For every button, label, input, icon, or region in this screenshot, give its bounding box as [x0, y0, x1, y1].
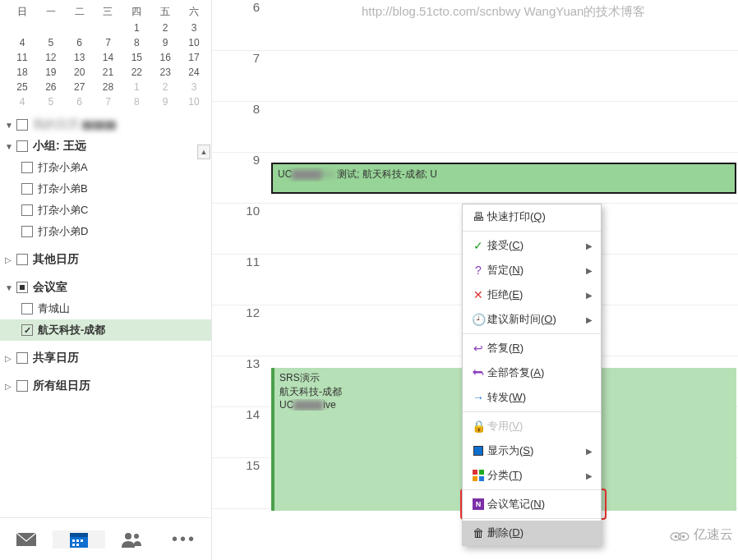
hour-label: 13 — [212, 356, 270, 407]
replyall-icon: ⮪ — [469, 366, 487, 379]
menu-quickprint[interactable]: 🖶快速打印(Q) — [463, 204, 601, 229]
chevron-down-icon: ▼ — [5, 283, 16, 292]
calendar-event-selected[interactable]: UC▇▇▇▇ive 测试; 航天科技-成都; U — [271, 163, 736, 194]
svg-point-13 — [134, 534, 139, 539]
svg-rect-14 — [473, 470, 477, 475]
menu-accept[interactable]: ✓接受(C)▶ — [463, 233, 601, 258]
svg-rect-7 — [72, 539, 75, 542]
menu-decline[interactable]: ✕拒绝(E)▶ — [463, 282, 601, 307]
print-icon: 🖶 — [469, 210, 487, 223]
question-icon: ? — [469, 264, 487, 277]
team-group[interactable]: ▼ 小组: 王远 — [0, 135, 211, 157]
team-member[interactable]: 打杂小弟C — [0, 200, 211, 221]
menu-categorize[interactable]: 分类(T)▶ — [463, 463, 601, 488]
hour-label: 11 — [212, 255, 270, 305]
mini-calendar[interactable]: 日一二三四五六 12345678910111213141516171819202… — [0, 0, 211, 111]
submenu-arrow-icon: ▶ — [586, 291, 593, 300]
lock-icon: 🔒 — [469, 420, 487, 433]
module-switcher: ••• — [0, 517, 211, 560]
svg-rect-6 — [70, 533, 88, 537]
svg-point-3 — [683, 535, 685, 537]
svg-point-2 — [675, 535, 676, 537]
reply-icon: ↩ — [469, 342, 487, 355]
svg-point-12 — [125, 533, 131, 539]
hour-label: 10 — [212, 204, 270, 255]
my-calendar-group[interactable]: ▼ 我的日历 ▇▇▇ — [0, 114, 211, 135]
categories-icon — [469, 470, 487, 481]
submenu-arrow-icon: ▶ — [586, 471, 593, 480]
room-item[interactable]: 青城山 — [0, 298, 211, 319]
submenu-arrow-icon: ▶ — [586, 266, 593, 275]
chevron-right-icon: ▷ — [5, 354, 16, 363]
calendar-icon[interactable] — [53, 530, 105, 549]
submenu-arrow-icon: ▶ — [586, 447, 593, 456]
scroll-up-button[interactable]: ▲ — [197, 145, 210, 159]
hour-label: 14 — [212, 407, 270, 458]
svg-rect-8 — [76, 539, 79, 542]
calendar-tree: ▼ 我的日历 ▇▇▇ ▼ 小组: 王远 打杂小弟A 打杂小弟B 打杂小弟C 打杂… — [0, 111, 211, 517]
svg-rect-10 — [72, 544, 75, 546]
context-menu: 🖶快速打印(Q) ✓接受(C)▶ ?暂定(N)▶ ✕拒绝(E)▶ 🕘建议新时间(… — [462, 204, 602, 546]
menu-private: 🔒专用(V) — [463, 414, 601, 438]
menu-delete[interactable]: 🗑删除(D) — [463, 521, 601, 545]
rooms-group[interactable]: ▼ 会议室 — [0, 277, 211, 298]
brand-logo: 亿速云 — [668, 526, 733, 544]
sidebar: 日一二三四五六 12345678910111213141516171819202… — [0, 0, 212, 560]
menu-propose[interactable]: 🕘建议新时间(O)▶ — [463, 307, 601, 332]
allgroups-group[interactable]: ▷ 所有组日历 — [0, 375, 211, 397]
time-gutter: 6789101112131415 — [212, 0, 270, 560]
chevron-right-icon: ▷ — [5, 255, 16, 264]
showas-icon — [469, 446, 487, 456]
shared-group[interactable]: ▷ 共享日历 — [0, 347, 211, 369]
menu-tentative[interactable]: ?暂定(N)▶ — [463, 258, 601, 282]
room-item-selected[interactable]: ✓航天科技-成都 — [0, 319, 211, 341]
svg-rect-17 — [479, 476, 484, 481]
hour-label: 9 — [212, 153, 270, 204]
chevron-down-icon: ▼ — [5, 121, 16, 130]
hour-label: 7 — [212, 51, 270, 102]
team-member[interactable]: 打杂小弟B — [0, 178, 211, 200]
submenu-arrow-icon: ▶ — [586, 315, 593, 324]
submenu-arrow-icon: ▶ — [586, 241, 593, 250]
check-icon: ✓ — [469, 239, 487, 252]
trash-icon: 🗑 — [469, 526, 487, 539]
clock-icon: 🕘 — [469, 313, 487, 326]
menu-showas[interactable]: 显示为(S)▶ — [463, 438, 601, 463]
forward-icon: → — [469, 391, 487, 404]
chevron-down-icon: ▼ — [5, 142, 16, 151]
svg-rect-11 — [76, 544, 79, 546]
onenote-icon: N — [469, 498, 487, 510]
menu-reply[interactable]: ↩答复(R) — [463, 336, 601, 360]
mail-icon[interactable] — [0, 531, 53, 548]
more-icon[interactable]: ••• — [158, 530, 210, 549]
menu-notes[interactable]: N会议笔记(N) — [463, 492, 601, 516]
x-icon: ✕ — [469, 288, 487, 301]
team-member[interactable]: 打杂小弟A — [0, 157, 211, 178]
menu-replyall[interactable]: ⮪全部答复(A) — [463, 360, 601, 385]
hour-label: 6 — [212, 0, 270, 51]
hour-label: 8 — [212, 102, 270, 153]
svg-rect-16 — [473, 476, 477, 481]
checkbox[interactable] — [16, 140, 28, 152]
chevron-right-icon: ▷ — [5, 382, 16, 391]
hour-label: 15 — [212, 458, 270, 509]
team-member[interactable]: 打杂小弟D — [0, 221, 211, 242]
menu-forward[interactable]: →转发(W) — [463, 385, 601, 410]
other-calendar-group[interactable]: ▷ 其他日历 — [0, 249, 211, 270]
checkbox[interactable] — [16, 119, 28, 131]
hour-label: 12 — [212, 305, 270, 356]
watermark-text: http://blog.51cto.com/scnbwy WangYuan的技术… — [362, 4, 645, 20]
svg-rect-15 — [479, 470, 484, 475]
people-icon[interactable] — [105, 531, 158, 548]
svg-rect-9 — [81, 539, 83, 542]
